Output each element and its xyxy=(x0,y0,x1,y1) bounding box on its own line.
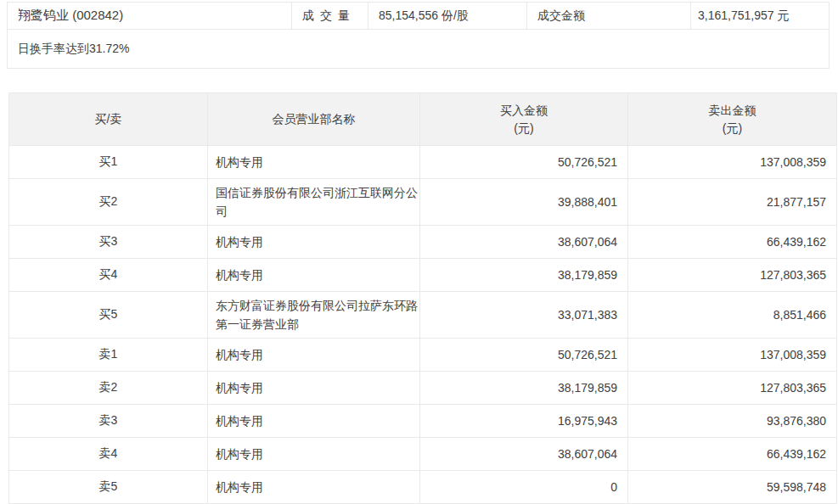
cell-buy-sell-rank: 卖2 xyxy=(9,372,208,405)
stock-summary-row: 翔鹭钨业 (002842) 成交量 85,154,556 份/股 成交金额 3,… xyxy=(8,3,829,30)
cell-broker-name: 机构专用 xyxy=(208,438,420,471)
cell-buy-sell-rank: 买5 xyxy=(9,292,208,339)
cell-sell-amount: 137,008,359 xyxy=(628,146,837,179)
table-row: 买2国信证券股份有限公司浙江互联网分公司39,888,40121,877,157 xyxy=(9,179,837,226)
cell-broker-name: 机构专用 xyxy=(208,259,420,292)
cell-buy-sell-rank: 卖3 xyxy=(9,405,208,438)
header-buy-amount: 买入金额 (元) xyxy=(420,93,628,146)
cell-buy-amount: 38,607,064 xyxy=(420,438,628,471)
cell-sell-amount: 137,008,359 xyxy=(628,339,837,372)
cell-broker-name: 机构专用 xyxy=(208,339,420,372)
cell-broker-name: 东方财富证券股份有限公司拉萨东环路第一证券营业部 xyxy=(208,292,420,339)
cell-sell-amount: 21,877,157 xyxy=(628,179,837,226)
cell-buy-sell-rank: 卖1 xyxy=(9,339,208,372)
cell-buy-amount: 50,726,521 xyxy=(420,146,628,179)
cell-buy-amount: 16,975,943 xyxy=(420,405,628,438)
cell-buy-sell-rank: 买1 xyxy=(9,146,208,179)
table-row: 买3机构专用38,607,06466,439,162 xyxy=(9,226,837,259)
table-row: 买1机构专用50,726,521137,008,359 xyxy=(9,146,837,179)
cell-sell-amount: 127,803,365 xyxy=(628,259,837,292)
table-row: 卖4机构专用38,607,06466,439,162 xyxy=(9,438,837,471)
cell-sell-amount: 93,876,380 xyxy=(628,405,837,438)
cell-buy-amount: 38,179,859 xyxy=(420,372,628,405)
cell-broker-name: 机构专用 xyxy=(208,226,420,259)
cell-buy-sell-rank: 买2 xyxy=(9,179,208,226)
order-table-body: 买1机构专用50,726,521137,008,359买2国信证券股份有限公司浙… xyxy=(9,146,837,504)
cell-sell-amount: 66,439,162 xyxy=(628,226,837,259)
cell-buy-amount: 38,179,859 xyxy=(420,259,628,292)
cell-buy-amount: 33,071,383 xyxy=(420,292,628,339)
turnover-note: 日换手率达到31.72% xyxy=(8,30,829,68)
table-header: 买/卖 会员营业部名称 买入金额 (元) 卖出金额 (元) xyxy=(9,93,837,146)
cell-sell-amount: 59,598,748 xyxy=(628,471,837,504)
stock-title: 翔鹭钨业 (002842) xyxy=(8,3,292,29)
header-buy-sell: 买/卖 xyxy=(9,93,208,146)
amount-label: 成交金额 xyxy=(527,3,691,29)
cell-broker-name: 机构专用 xyxy=(208,372,420,405)
volume-label: 成交量 xyxy=(292,3,368,29)
cell-buy-amount: 0 xyxy=(420,471,628,504)
table-row: 卖1机构专用50,726,521137,008,359 xyxy=(9,339,837,372)
cell-buy-sell-rank: 卖5 xyxy=(9,471,208,504)
cell-buy-amount: 50,726,521 xyxy=(420,339,628,372)
table-row: 买5东方财富证券股份有限公司拉萨东环路第一证券营业部33,071,3838,85… xyxy=(9,292,837,339)
amount-value: 3,161,751,957 元 xyxy=(691,3,829,29)
table-row: 卖3机构专用16,975,94393,876,380 xyxy=(9,405,837,438)
header-sell-amount: 卖出金额 (元) xyxy=(628,93,837,146)
table-header-row: 买/卖 会员营业部名称 买入金额 (元) 卖出金额 (元) xyxy=(9,93,837,146)
table-row: 买4机构专用38,179,859127,803,365 xyxy=(9,259,837,292)
volume-value: 85,154,556 份/股 xyxy=(368,3,527,29)
stock-summary-box: 翔鹭钨业 (002842) 成交量 85,154,556 份/股 成交金额 3,… xyxy=(7,2,830,69)
table-row: 卖2机构专用38,179,859127,803,365 xyxy=(9,372,837,405)
cell-sell-amount: 66,439,162 xyxy=(628,438,837,471)
cell-buy-amount: 39,888,401 xyxy=(420,179,628,226)
cell-buy-sell-rank: 卖4 xyxy=(9,438,208,471)
cell-sell-amount: 127,803,365 xyxy=(628,372,837,405)
header-buy-amount-unit: (元) xyxy=(421,120,627,137)
cell-broker-name: 机构专用 xyxy=(208,405,420,438)
cell-buy-sell-rank: 买3 xyxy=(9,226,208,259)
header-sell-amount-unit: (元) xyxy=(629,120,835,137)
cell-broker-name: 机构专用 xyxy=(208,471,420,504)
cell-buy-sell-rank: 买4 xyxy=(9,259,208,292)
cell-broker-name: 机构专用 xyxy=(208,146,420,179)
broker-order-table: 买/卖 会员营业部名称 买入金额 (元) 卖出金额 (元) 买1机构专用50,7… xyxy=(8,92,837,504)
table-row: 卖5机构专用059,598,748 xyxy=(9,471,837,504)
cell-sell-amount: 8,851,466 xyxy=(628,292,837,339)
header-buy-amount-line1: 买入金额 xyxy=(421,102,627,120)
header-broker-name: 会员营业部名称 xyxy=(208,93,420,146)
cell-buy-amount: 38,607,064 xyxy=(420,226,628,259)
header-sell-amount-line1: 卖出金额 xyxy=(629,102,835,120)
cell-broker-name: 国信证券股份有限公司浙江互联网分公司 xyxy=(208,179,420,226)
